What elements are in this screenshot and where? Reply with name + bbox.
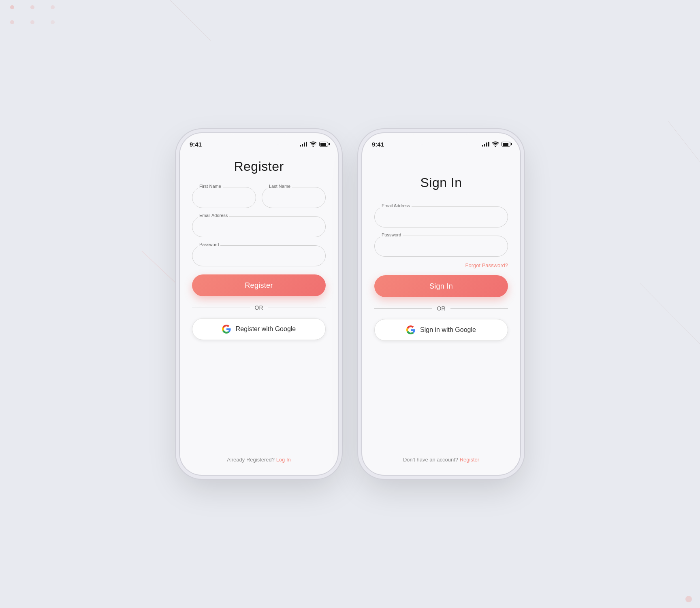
forgot-password-link[interactable]: Forgot Password?	[465, 262, 508, 268]
first-name-input[interactable]	[192, 187, 256, 208]
google-icon-register	[222, 325, 231, 334]
battery-icon-register	[319, 142, 328, 147]
svg-point-4	[30, 20, 34, 24]
signin-register-link[interactable]: Register	[460, 457, 479, 463]
last-name-group: Last Name	[262, 187, 326, 208]
register-or-divider: OR	[192, 304, 326, 311]
svg-point-3	[10, 20, 14, 24]
or-text-signin: OR	[437, 305, 446, 312]
signin-email-group: Email Address	[374, 206, 508, 227]
register-email-label: Email Address	[198, 213, 229, 218]
phones-container: 9:41 Regist	[180, 133, 520, 475]
status-time-register: 9:41	[190, 141, 202, 148]
signal-bar-4	[306, 142, 307, 147]
battery-fill-register	[320, 143, 326, 146]
name-row: First Name Last Name	[192, 187, 326, 208]
signin-button[interactable]: Sign In	[374, 275, 508, 297]
register-title: Register	[192, 159, 326, 174]
or-line-left-signin	[374, 308, 432, 309]
signal-bar-s1	[482, 145, 483, 147]
or-line-left-register	[192, 308, 250, 308]
signin-or-divider: OR	[374, 305, 508, 312]
register-password-input[interactable]	[192, 245, 326, 266]
signal-bar-2	[302, 144, 303, 147]
status-icons-register	[300, 141, 328, 147]
signin-email-input[interactable]	[374, 206, 508, 227]
signal-icon-register	[300, 142, 307, 147]
signin-password-input[interactable]	[374, 236, 508, 257]
signin-email-label: Email Address	[380, 203, 412, 208]
signal-icon-signin	[482, 142, 489, 147]
signal-bar-3	[304, 142, 305, 147]
svg-line-10	[668, 121, 700, 162]
status-time-signin: 9:41	[372, 141, 384, 148]
signin-bottom-link: Don't have an account? Register	[374, 457, 508, 463]
last-name-label: Last Name	[267, 184, 292, 189]
signin-google-label: Sign in with Google	[420, 326, 476, 334]
notch-register	[233, 133, 285, 145]
register-bottom-link: Already Registered? Log In	[192, 457, 326, 463]
signal-bar-s4	[488, 142, 489, 147]
wifi-icon-signin	[492, 141, 499, 147]
notch-signin	[415, 133, 467, 145]
signin-title: Sign In	[374, 175, 508, 190]
svg-point-9	[685, 596, 692, 602]
signin-google-button[interactable]: Sign in with Google	[374, 319, 508, 341]
signal-bar-s3	[486, 142, 487, 147]
or-line-right-signin	[450, 308, 508, 309]
register-password-group: Password	[192, 245, 326, 266]
register-bottom-text: Already Registered?	[227, 457, 276, 463]
battery-icon-signin	[502, 142, 510, 147]
svg-point-0	[10, 5, 14, 9]
wifi-icon-register	[309, 141, 317, 147]
google-icon-signin	[406, 325, 415, 334]
svg-point-1	[30, 5, 34, 9]
signin-content: Sign In Email Address Password Forgot Pa…	[362, 151, 520, 475]
svg-point-5	[51, 20, 55, 24]
battery-fill-signin	[503, 143, 508, 146]
signal-bar-1	[300, 145, 301, 147]
svg-line-6	[170, 0, 211, 40]
or-text-register: OR	[255, 304, 263, 311]
register-content: Register First Name Last Name Email Addr…	[180, 151, 338, 475]
register-phone: 9:41 Regist	[180, 133, 338, 475]
first-name-group: First Name	[192, 187, 256, 208]
register-password-label: Password	[198, 242, 220, 247]
last-name-input[interactable]	[262, 187, 326, 208]
register-button[interactable]: Register	[192, 274, 326, 296]
status-icons-signin	[482, 141, 510, 147]
register-email-group: Email Address	[192, 216, 326, 237]
or-line-right-register	[268, 308, 326, 308]
signin-phone: 9:41 Sign I	[362, 133, 520, 475]
signin-bottom-text: Don't have an account?	[403, 457, 460, 463]
first-name-label: First Name	[198, 184, 223, 189]
svg-point-2	[51, 5, 55, 9]
register-email-input[interactable]	[192, 216, 326, 237]
signal-bar-s2	[484, 144, 485, 147]
svg-line-11	[640, 283, 700, 344]
forgot-password-container: Forgot Password?	[374, 261, 508, 269]
register-google-label: Register with Google	[236, 325, 296, 333]
register-login-link[interactable]: Log In	[276, 457, 291, 463]
register-google-button[interactable]: Register with Google	[192, 318, 326, 340]
signin-password-group: Password	[374, 236, 508, 257]
signin-password-label: Password	[380, 232, 403, 237]
